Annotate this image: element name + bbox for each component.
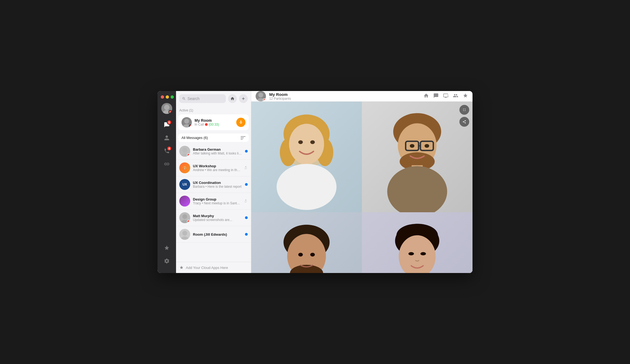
- msg-info: Design Group Tracy • Next meetup is in S…: [193, 197, 241, 205]
- svg-point-2: [184, 119, 189, 124]
- room-avatar: [256, 91, 266, 101]
- svg-point-21: [289, 124, 324, 164]
- video-cell-3: [251, 212, 362, 273]
- call-item-info: My Room In Call (00:33): [195, 118, 234, 126]
- call-mute-button[interactable]: [236, 118, 246, 127]
- sidebar-item-calls[interactable]: 4: [161, 145, 172, 156]
- svg-point-25: [277, 164, 337, 210]
- svg-point-35: [387, 166, 447, 212]
- svg-point-33: [425, 144, 429, 148]
- msg-info: UX Workshop Andrew • We are meeting in t…: [193, 164, 241, 172]
- sidebar-item-links[interactable]: [161, 159, 172, 169]
- new-message-button[interactable]: [239, 94, 248, 103]
- svg-rect-6: [241, 138, 244, 138]
- msg-avatar: [179, 212, 190, 223]
- add-apps-button[interactable]: Add Your Cloud Apps Here: [176, 262, 251, 273]
- svg-point-50: [408, 252, 414, 255]
- room-participants: 12 Participants: [269, 97, 420, 101]
- svg-point-15: [258, 93, 263, 98]
- svg-point-11: [182, 214, 187, 219]
- list-item[interactable]: UX UX Coordination Barbara • Here is the…: [176, 176, 251, 193]
- room-action-screen[interactable]: [443, 93, 449, 100]
- minimize-button[interactable]: [166, 95, 169, 99]
- call-name: My Room: [195, 118, 234, 123]
- rooms-icon[interactable]: [228, 94, 237, 103]
- room-actions: [423, 93, 468, 100]
- room-action-participants[interactable]: [453, 93, 458, 100]
- svg-point-23: [310, 140, 315, 144]
- share-button[interactable]: [459, 117, 469, 127]
- unread-indicator: [245, 216, 248, 219]
- svg-rect-5: [241, 136, 246, 137]
- muted-icon-2: [244, 199, 248, 203]
- svg-point-10: [179, 196, 190, 207]
- app-window: ✏ 6 4 Search: [158, 91, 472, 273]
- chat-badge: 6: [167, 120, 172, 125]
- room-action-rooms[interactable]: [423, 93, 429, 100]
- active-call-item[interactable]: My Room In Call (00:33): [178, 114, 249, 130]
- list-item[interactable]: Barbara German After talking with Matt, …: [176, 143, 251, 160]
- search-box[interactable]: Search: [179, 94, 226, 103]
- svg-point-13: [182, 231, 187, 236]
- call-avatar: [181, 117, 192, 128]
- panel-header: Search: [176, 91, 251, 106]
- room-action-chat[interactable]: [433, 93, 439, 100]
- maximize-button[interactable]: [171, 95, 174, 99]
- svg-point-14: [181, 236, 189, 240]
- call-timer: (00:33): [209, 123, 219, 126]
- video-cell-4: [362, 212, 472, 273]
- svg-point-51: [420, 252, 426, 255]
- list-item[interactable]: Matt Murphy Updated screenshots are...: [176, 210, 251, 226]
- message-list: Barbara German After talking with Matt, …: [176, 143, 251, 262]
- svg-point-40: [310, 253, 315, 257]
- svg-rect-7: [241, 139, 243, 139]
- msg-avatar: [179, 229, 190, 240]
- search-placeholder: Search: [187, 96, 199, 101]
- avatar-status-badge: [187, 220, 190, 223]
- sidebar-item-settings[interactable]: [161, 256, 172, 266]
- user-avatar[interactable]: ✏: [161, 103, 172, 114]
- room-status-badge: [263, 98, 266, 101]
- filter-label: All Messages (6): [181, 136, 208, 140]
- expand-button[interactable]: [459, 105, 469, 115]
- msg-info: Matt Murphy Updated screenshots are...: [193, 214, 242, 222]
- svg-point-8: [182, 148, 187, 153]
- msg-avatar: 🎨: [179, 162, 190, 173]
- avatar-status-badge: [187, 153, 190, 157]
- call-status: In Call (00:33): [195, 123, 234, 126]
- msg-info: UX Coordination Barbara • Here is the la…: [193, 181, 242, 189]
- window-controls: [158, 95, 174, 99]
- svg-point-32: [410, 144, 414, 148]
- video-cell-2: [362, 102, 472, 212]
- msg-info: Room (Jill Edwards): [193, 232, 242, 236]
- msg-avatar: UX: [179, 179, 190, 190]
- sidebar-item-chat[interactable]: 6: [161, 119, 172, 130]
- call-avatar-badge: [189, 125, 192, 128]
- left-panel: Search Active (1) My Room In Call: [176, 91, 251, 273]
- svg-point-39: [298, 253, 303, 257]
- svg-point-0: [164, 105, 169, 110]
- list-item[interactable]: Room (Jill Edwards): [176, 226, 251, 243]
- sidebar-item-contacts[interactable]: [161, 132, 172, 143]
- room-header: My Room 12 Participants: [251, 91, 472, 102]
- right-panel: My Room 12 Participants: [251, 91, 472, 273]
- list-item[interactable]: Design Group Tracy • Next meetup is in S…: [176, 193, 251, 210]
- muted-icon: [244, 166, 248, 170]
- unread-indicator: [245, 150, 248, 153]
- list-item[interactable]: 🎨 UX Workshop Andrew • We are meeting in…: [176, 160, 251, 176]
- video-cell-1: [251, 102, 362, 212]
- avatar-edit-badge: ✏: [168, 110, 172, 114]
- close-button[interactable]: [161, 95, 164, 99]
- msg-avatar: [179, 196, 190, 207]
- messages-filter[interactable]: All Messages (6): [178, 134, 249, 142]
- room-action-star[interactable]: [463, 93, 468, 100]
- add-apps-label: Add Your Cloud Apps Here: [186, 266, 228, 270]
- unread-indicator: [245, 233, 248, 236]
- sidebar-item-integrations[interactable]: [161, 242, 172, 253]
- video-grid: [251, 102, 472, 273]
- room-name: My Room: [269, 92, 420, 97]
- room-info: My Room 12 Participants: [269, 92, 420, 101]
- svg-point-4: [205, 123, 208, 126]
- msg-info: Barbara German After talking with Matt, …: [193, 147, 242, 155]
- svg-point-22: [298, 140, 303, 144]
